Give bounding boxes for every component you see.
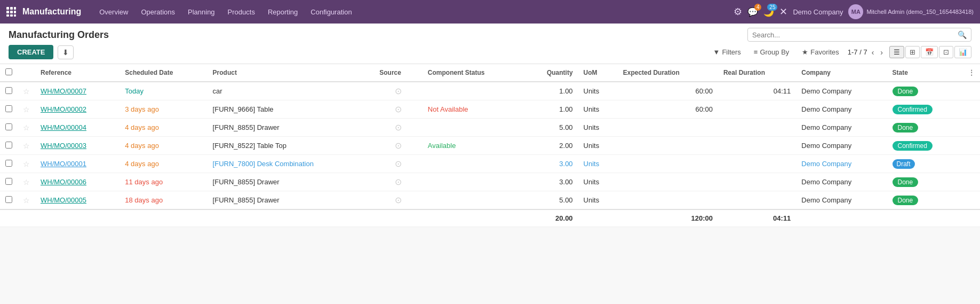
nav-links: Overview Operations Planning Products Re… — [94, 6, 731, 18]
row-checkbox-cell[interactable] — [0, 191, 18, 210]
row-product[interactable]: [FURN_8855] Drawer — [208, 173, 375, 191]
create-button[interactable]: CREATE — [9, 45, 53, 59]
row-checkbox[interactable] — [5, 196, 12, 203]
totals-real-duration: 04:11 — [718, 209, 796, 227]
totals-state-empty — [887, 209, 963, 227]
col-scheduled-date-header[interactable]: Scheduled Date — [119, 64, 207, 82]
favorite-icon[interactable]: ☆ — [23, 178, 30, 186]
company-name: Demo Company — [793, 8, 843, 16]
col-select-all[interactable] — [0, 64, 18, 82]
calendar-view-button[interactable]: 📅 — [921, 46, 938, 58]
activity-badge: 25 — [767, 4, 777, 11]
row-checkbox[interactable] — [5, 87, 12, 94]
select-all-checkbox[interactable] — [5, 68, 12, 75]
apps-icon[interactable] — [6, 7, 16, 17]
row-quantity: 2.00 — [523, 137, 578, 155]
search-input[interactable] — [752, 31, 958, 39]
col-company-header[interactable]: Company — [796, 64, 887, 82]
nav-reporting[interactable]: Reporting — [262, 6, 303, 18]
row-reference[interactable]: WH/MO/00004 — [35, 119, 119, 137]
row-real-duration — [718, 155, 796, 173]
col-product-header[interactable]: Product — [208, 64, 375, 82]
row-reference[interactable]: WH/MO/00006 — [35, 173, 119, 191]
totals-expected-duration: 120:00 — [618, 209, 718, 227]
col-source-header[interactable]: Source — [374, 64, 423, 82]
user-info[interactable]: MA Mitchell Admin (demo_150_1654483418) — [848, 4, 974, 19]
table-body: ☆ WH/MO/00007 Today car ⊙ 1.00 Units 60:… — [0, 82, 980, 227]
row-reference[interactable]: WH/MO/00007 — [35, 82, 119, 100]
row-more — [963, 82, 980, 100]
row-favorite-cell[interactable]: ☆ — [18, 100, 35, 119]
favorite-icon[interactable]: ☆ — [23, 87, 30, 96]
col-component-status-header[interactable]: Component Status — [423, 64, 523, 82]
settings-icon[interactable]: ⚙ — [734, 6, 742, 18]
favorites-button[interactable]: ★ Favorites — [798, 46, 843, 58]
row-source: ⊙ — [374, 191, 423, 209]
next-page-button[interactable]: › — [878, 47, 885, 58]
col-quantity-header[interactable]: Quantity — [523, 64, 578, 82]
row-reference[interactable]: WH/MO/00003 — [35, 137, 119, 155]
nav-products[interactable]: Products — [222, 6, 260, 18]
messages-icon[interactable]: 💬 4 — [747, 7, 758, 17]
row-checkbox-cell[interactable] — [0, 155, 18, 173]
nav-operations[interactable]: Operations — [136, 6, 180, 18]
close-icon[interactable]: ✕ — [779, 6, 787, 18]
col-expected-duration-header[interactable]: Expected Duration — [618, 64, 718, 82]
prev-page-button[interactable]: ‹ — [870, 47, 877, 58]
filters-button[interactable]: ▼ Filters — [709, 46, 745, 58]
row-reference[interactable]: WH/MO/00002 — [35, 100, 119, 119]
row-scheduled-date: 18 days ago — [119, 191, 207, 210]
nav-planning[interactable]: Planning — [182, 6, 220, 18]
download-button[interactable]: ⬇ — [58, 45, 74, 59]
svg-rect-8 — [14, 14, 16, 17]
col-more-header[interactable]: ⋮ — [963, 64, 980, 82]
row-product[interactable]: [FURN_9666] Table — [208, 100, 375, 119]
graph-view-button[interactable]: 📊 — [954, 46, 971, 58]
row-favorite-cell[interactable]: ☆ — [18, 82, 35, 100]
row-favorite-cell[interactable]: ☆ — [18, 155, 35, 173]
row-product[interactable]: car — [208, 82, 375, 100]
row-checkbox-cell[interactable] — [0, 173, 18, 191]
totals-quantity: 20.00 — [523, 209, 578, 227]
group-by-button[interactable]: ≡ Group By — [750, 46, 794, 58]
row-reference[interactable]: WH/MO/00001 — [35, 155, 119, 173]
pivot-view-button[interactable]: ⊡ — [939, 46, 953, 58]
row-product[interactable]: [FURN_8855] Drawer — [208, 191, 375, 210]
col-state-header[interactable]: State — [887, 64, 963, 82]
favorite-icon[interactable]: ☆ — [23, 142, 30, 150]
list-view-button[interactable]: ☰ — [889, 46, 904, 58]
row-reference[interactable]: WH/MO/00005 — [35, 191, 119, 210]
col-uom-header[interactable]: UoM — [578, 64, 618, 82]
row-source: ⊙ — [374, 155, 423, 173]
row-product[interactable]: [FURN_8522] Table Top — [208, 137, 375, 155]
favorite-icon[interactable]: ☆ — [23, 123, 30, 132]
row-uom: Units — [578, 173, 618, 191]
row-checkbox[interactable] — [5, 105, 12, 112]
nav-configuration[interactable]: Configuration — [305, 6, 357, 18]
row-company: Demo Company — [796, 119, 887, 137]
search-icon[interactable]: 🔍 — [958, 30, 967, 39]
kanban-view-button[interactable]: ⊞ — [905, 46, 920, 58]
row-state: Confirmed — [887, 137, 963, 155]
row-checkbox-cell[interactable] — [0, 119, 18, 137]
row-checkbox[interactable] — [5, 142, 12, 149]
row-favorite-cell[interactable]: ☆ — [18, 173, 35, 191]
activity-icon[interactable]: 🌙 25 — [763, 7, 774, 17]
favorite-icon[interactable]: ☆ — [23, 105, 30, 114]
row-expected-duration: 60:00 — [618, 82, 718, 100]
favorite-icon[interactable]: ☆ — [23, 196, 30, 205]
favorite-icon[interactable]: ☆ — [23, 160, 30, 168]
row-checkbox[interactable] — [5, 160, 12, 167]
row-checkbox-cell[interactable] — [0, 82, 18, 100]
row-favorite-cell[interactable]: ☆ — [18, 191, 35, 210]
nav-overview[interactable]: Overview — [94, 6, 133, 18]
col-real-duration-header[interactable]: Real Duration — [718, 64, 796, 82]
row-favorite-cell[interactable]: ☆ — [18, 137, 35, 155]
row-checkbox[interactable] — [5, 123, 12, 130]
row-checkbox-cell[interactable] — [0, 100, 18, 119]
row-checkbox-cell[interactable] — [0, 137, 18, 155]
row-checkbox[interactable] — [5, 178, 12, 185]
row-product[interactable]: [FURN_8855] Drawer — [208, 119, 375, 137]
row-favorite-cell[interactable]: ☆ — [18, 119, 35, 137]
row-product[interactable]: [FURN_7800] Desk Combination — [208, 155, 375, 173]
